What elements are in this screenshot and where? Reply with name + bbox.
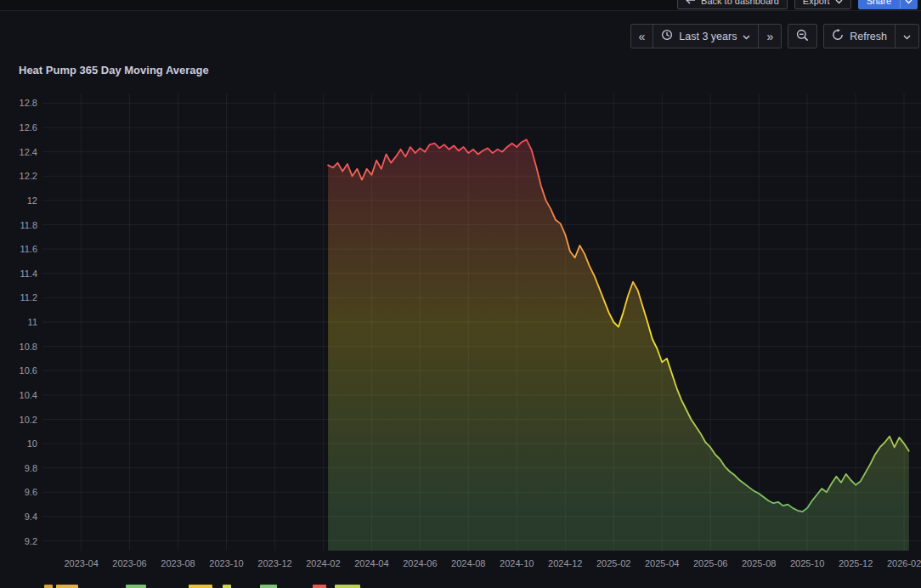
time-range-label: Last 3 years xyxy=(679,31,737,42)
share-dropdown-button[interactable] xyxy=(900,0,918,9)
clock-icon xyxy=(661,29,673,43)
x-axis-tick-label: 2024-06 xyxy=(403,558,437,568)
y-axis-tick-label: 9.6 xyxy=(25,487,37,497)
arrow-left-icon xyxy=(686,0,696,6)
share-label: Share xyxy=(867,0,891,6)
y-axis-tick-label: 10.6 xyxy=(20,365,37,376)
y-axis-tick-label: 11.8 xyxy=(20,220,37,230)
x-axis-tick-label: 2023-12 xyxy=(257,558,291,568)
zoom-out-button[interactable] xyxy=(788,24,817,48)
top-navbar: Back to dashboard Export Share xyxy=(0,0,921,11)
clipped-panel-fragment xyxy=(189,585,212,588)
x-axis-tick-label: 2025-12 xyxy=(839,558,873,568)
y-axis-tick-label: 10 xyxy=(27,438,37,449)
time-shift-forward-button[interactable]: » xyxy=(758,24,782,48)
y-axis-tick-label: 9.8 xyxy=(25,463,37,473)
y-axis-tick-label: 9.2 xyxy=(25,536,37,546)
double-chevron-left-icon: « xyxy=(639,31,646,42)
zoom-out-icon xyxy=(796,29,809,44)
time-shift-back-button[interactable]: « xyxy=(630,24,654,48)
x-axis-tick-label: 2023-06 xyxy=(112,558,146,568)
y-axis-tick-label: 12.2 xyxy=(20,171,37,181)
x-axis-tick-label: 2026-02 xyxy=(887,558,921,568)
time-series-chart[interactable]: 12.812.612.412.21211.811.611.411.21110.8… xyxy=(0,0,921,588)
y-axis-tick-label: 10.2 xyxy=(20,415,37,425)
clipped-panel-fragment xyxy=(260,585,277,588)
clipped-panel-fragment xyxy=(44,585,53,588)
double-chevron-right-icon: » xyxy=(766,31,773,42)
x-axis-tick-label: 2025-02 xyxy=(596,558,630,568)
x-axis-tick-label: 2024-10 xyxy=(500,558,534,568)
x-axis-tick-label: 2024-04 xyxy=(354,558,388,568)
panel-title: Heat Pump 365 Day Moving Average xyxy=(19,64,209,76)
y-axis-tick-label: 10.4 xyxy=(20,390,37,400)
chevron-down-icon xyxy=(835,0,843,6)
y-axis-tick-label: 11 xyxy=(28,317,37,327)
y-axis-tick-label: 11.4 xyxy=(20,269,37,279)
x-axis-tick-label: 2025-04 xyxy=(645,558,679,568)
time-toolbar: « Last 3 years » Refresh xyxy=(630,24,919,48)
clipped-panel-fragment xyxy=(223,585,231,588)
clipped-panel-fragment xyxy=(313,585,326,588)
navbar-actions: Back to dashboard Export Share xyxy=(677,0,918,9)
y-axis-tick-label: 12.6 xyxy=(20,122,37,133)
chevron-down-icon xyxy=(903,31,911,42)
share-split-button: Share xyxy=(858,0,918,9)
refresh-button[interactable]: Refresh xyxy=(823,24,896,48)
x-axis-tick-label: 2023-08 xyxy=(161,558,195,568)
y-axis-tick-label: 12.4 xyxy=(20,147,37,157)
y-axis-tick-label: 12.8 xyxy=(20,98,37,108)
export-button[interactable]: Export xyxy=(794,0,851,9)
clipped-panel-fragment xyxy=(335,585,360,588)
time-range-picker-button[interactable]: Last 3 years xyxy=(653,24,759,48)
time-range-group: « Last 3 years » xyxy=(630,24,783,48)
x-axis-tick-label: 2024-02 xyxy=(306,558,340,568)
x-axis-tick-label: 2024-12 xyxy=(548,558,582,568)
bottom-clipped-content xyxy=(0,583,921,588)
x-axis-tick-label: 2025-06 xyxy=(693,558,727,568)
x-axis-tick-label: 2025-10 xyxy=(790,558,824,568)
chevron-down-icon xyxy=(743,31,750,42)
chevron-down-icon xyxy=(905,0,913,6)
y-axis-tick-label: 11.6 xyxy=(20,244,37,254)
clipped-panel-fragment xyxy=(126,585,146,588)
y-axis-tick-label: 10.8 xyxy=(20,342,37,352)
refresh-interval-dropdown-button[interactable] xyxy=(895,24,919,48)
y-axis-tick-label: 12 xyxy=(27,195,37,206)
clipped-panel-fragment xyxy=(56,585,78,588)
share-button[interactable]: Share xyxy=(858,0,900,9)
x-axis-tick-label: 2023-10 xyxy=(209,558,243,568)
back-to-dashboard-button[interactable]: Back to dashboard xyxy=(677,0,788,9)
refresh-group: Refresh xyxy=(823,24,919,48)
x-axis-tick-label: 2025-08 xyxy=(742,558,776,568)
x-axis-tick-label: 2024-08 xyxy=(451,558,485,568)
y-axis-tick-label: 11.2 xyxy=(20,292,37,302)
x-axis-tick-label: 2023-04 xyxy=(64,558,98,568)
refresh-icon xyxy=(832,29,844,43)
y-axis-tick-label: 9.4 xyxy=(25,512,37,522)
refresh-label: Refresh xyxy=(850,31,887,42)
back-to-dashboard-label: Back to dashboard xyxy=(701,0,779,6)
export-label: Export xyxy=(803,0,830,6)
